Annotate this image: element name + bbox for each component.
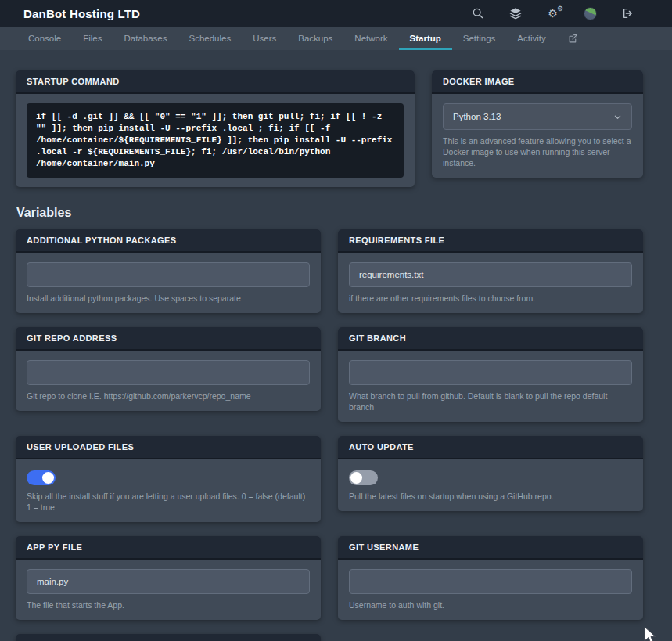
variables-grid: ADDITIONAL PYTHON PACKAGES Install addit…	[16, 229, 643, 641]
header-icons: ⚙⚙	[471, 7, 634, 20]
tab-files[interactable]: Files	[72, 27, 113, 50]
user-avatar[interactable]	[584, 7, 597, 20]
variable-description: The file that starts the App.	[27, 600, 310, 610]
variable-description: Username to auth with git.	[349, 600, 632, 610]
layers-icon[interactable]	[508, 7, 522, 20]
tab-activity[interactable]: Activity	[506, 27, 556, 50]
gears-icon[interactable]: ⚙⚙	[546, 7, 559, 20]
variable-card-git-repo-address: GIT REPO ADDRESS Git repo to clone I.E. …	[16, 327, 321, 411]
tab-settings[interactable]: Settings	[452, 27, 507, 50]
variable-label: GIT ACCESS TOKEN	[16, 634, 321, 641]
tab-schedules[interactable]: Schedules	[178, 27, 242, 50]
variable-card-git-branch: GIT BRANCH What branch to pull from gith…	[338, 327, 643, 422]
small-gear-icon: ⚙	[557, 5, 563, 13]
toggle-knob	[42, 472, 54, 484]
app-py-file-input[interactable]	[27, 569, 310, 594]
variable-label: REQUIREMENTS FILE	[338, 229, 643, 253]
tab-databases[interactable]: Databases	[113, 27, 178, 50]
docker-image-select[interactable]: Python 3.13	[443, 103, 632, 130]
git-username-input[interactable]	[349, 569, 632, 594]
variable-description: Git repo to clone I.E. https://github.co…	[27, 391, 310, 402]
docker-image-selected: Python 3.13	[453, 112, 501, 121]
startup-command-card: STARTUP COMMAND if [[ -d .git ]] && [[ "…	[16, 70, 415, 187]
variable-description: Pull the latest files on startup when us…	[349, 491, 632, 502]
variable-card-additional-python-packages: ADDITIONAL PYTHON PACKAGES Install addit…	[16, 229, 321, 313]
variable-label: USER UPLOADED FILES	[16, 436, 321, 459]
variables-heading: Variables	[16, 206, 643, 220]
variable-card-git-username: GIT USERNAME Username to auth with git.	[338, 536, 643, 620]
variable-label: GIT BRANCH	[338, 327, 643, 351]
search-icon[interactable]	[471, 7, 484, 20]
user-uploaded-files-toggle[interactable]	[27, 470, 56, 485]
variable-description: Install additional python packages. Use …	[27, 293, 310, 304]
startup-command-title: STARTUP COMMAND	[16, 70, 415, 94]
git-repo-address-input[interactable]	[27, 360, 310, 385]
startup-command-text: if [[ -d .git ]] && [[ "0" == "1" ]]; th…	[27, 103, 404, 178]
variable-card-git-access-token: GIT ACCESS TOKEN Password to use with gi…	[16, 634, 321, 641]
startup-page-content: STARTUP COMMAND if [[ -d .git ]] && [[ "…	[16, 70, 643, 641]
docker-image-title: DOCKER IMAGE	[432, 70, 643, 94]
additional-python-packages-input[interactable]	[27, 262, 310, 287]
variable-card-app-py-file: APP PY FILE The file that starts the App…	[16, 536, 321, 620]
docker-image-description: This is an advanced feature allowing you…	[443, 135, 632, 168]
variable-label: GIT REPO ADDRESS	[16, 327, 321, 351]
variable-description: What branch to pull from github. Default…	[349, 391, 632, 412]
tab-backups[interactable]: Backups	[287, 27, 343, 50]
mouse-cursor	[643, 627, 660, 641]
auto-update-toggle[interactable]	[349, 470, 378, 485]
variable-card-requirements-file: REQUIREMENTS FILE if there are other req…	[338, 229, 643, 313]
git-branch-input[interactable]	[349, 360, 632, 385]
docker-image-card: DOCKER IMAGE Python 3.13 This is an adva…	[432, 70, 643, 178]
tab-startup[interactable]: Startup	[399, 27, 452, 50]
server-nav-tabs: Console Files Databases Schedules Users …	[0, 27, 672, 50]
variable-label: AUTO UPDATE	[338, 436, 643, 459]
variable-description: Skip all the install stuff if you are le…	[27, 491, 310, 513]
variable-label: GIT USERNAME	[338, 536, 643, 560]
chevron-down-icon	[613, 113, 622, 121]
app-title: DanBot Hosting LTD	[23, 7, 140, 20]
requirements-file-input[interactable]	[349, 262, 632, 287]
external-link-icon[interactable]	[557, 27, 589, 50]
variable-description: if there are other requirements files to…	[349, 293, 632, 304]
variable-label: APP PY FILE	[16, 536, 321, 560]
tab-users[interactable]: Users	[242, 27, 287, 50]
variable-card-user-uploaded-files: USER UPLOADED FILES Skip all the install…	[16, 436, 321, 522]
tab-network[interactable]: Network	[343, 27, 398, 50]
top-header-bar: DanBot Hosting LTD ⚙⚙	[0, 0, 672, 27]
tab-console[interactable]: Console	[17, 27, 72, 50]
variable-label: ADDITIONAL PYTHON PACKAGES	[16, 229, 321, 253]
variable-card-auto-update: AUTO UPDATE Pull the latest files on sta…	[338, 436, 643, 511]
toggle-knob	[350, 472, 362, 484]
sign-out-icon[interactable]	[621, 7, 634, 20]
